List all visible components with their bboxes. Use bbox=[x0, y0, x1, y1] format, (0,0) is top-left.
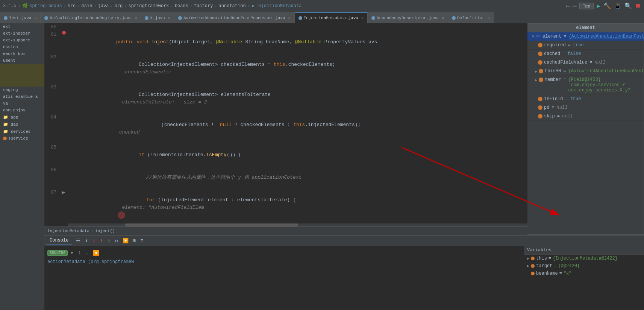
tab-close-injection[interactable]: ✕ bbox=[361, 16, 364, 20]
sidebar-item-saging[interactable]: saging bbox=[0, 87, 44, 93]
nav-up-icon[interactable]: ↑ bbox=[76, 249, 82, 257]
var-name-target: target bbox=[536, 263, 552, 269]
cached-icon bbox=[538, 52, 542, 56]
console-toolbar-menu-icon[interactable]: ☰ bbox=[74, 237, 82, 245]
build-icon[interactable]: 🔨 bbox=[603, 2, 611, 10]
sidebar-item-ession[interactable]: ession bbox=[0, 44, 44, 50]
nav-down-icon[interactable]: ↓ bbox=[84, 249, 90, 257]
tab-icon-test bbox=[4, 16, 8, 20]
tab-defaultsingleton[interactable]: DefaultSingletonBeanRegistry.java ✕ bbox=[41, 12, 141, 23]
debug-val-member: {Field@2453} "com.enjoy.services.Y com.e… bbox=[568, 77, 641, 93]
back-icon[interactable]: ⟵ bbox=[566, 2, 570, 10]
expand-element-icon[interactable]: ▼ bbox=[532, 35, 534, 39]
sidebar-item-dao[interactable]: 📁 dao bbox=[0, 121, 44, 128]
filter-icon[interactable]: 🔽 bbox=[91, 249, 101, 257]
target-var-icon bbox=[531, 264, 535, 268]
tab-label-x: X.java bbox=[150, 16, 165, 20]
isfield-icon bbox=[538, 97, 542, 101]
console-text-line: ectionMetadata (org.springframew bbox=[47, 258, 521, 265]
scroll-thumb[interactable] bbox=[125, 223, 298, 226]
device-icon[interactable]: 📱 bbox=[614, 2, 621, 10]
debug-panel-header: element bbox=[527, 24, 644, 32]
tab-close-defaultsingleton[interactable]: ✕ bbox=[135, 16, 137, 20]
sidebar-item-ument[interactable]: ument bbox=[0, 57, 44, 64]
tab-close-defaultlist[interactable]: ✕ bbox=[488, 16, 490, 20]
console-toolbar-red-icon[interactable]: ⬇ bbox=[98, 237, 105, 245]
tab-autowired[interactable]: AutowiredAnnotationBeanPostProcessor.jav… bbox=[174, 12, 295, 23]
tab-x-java[interactable]: X.java ✕ bbox=[141, 12, 174, 23]
sep5: › bbox=[110, 3, 113, 9]
sidebar-item-va[interactable]: va bbox=[0, 100, 44, 107]
tab-defaultlist[interactable]: DefaultList ✕ bbox=[448, 12, 494, 23]
debug-item-this0[interactable]: ▶ this$0 = {AutowiredAnnotationBeanPostP… bbox=[527, 67, 644, 76]
debug-item-skip: skip = null bbox=[527, 112, 644, 121]
run-config-button[interactable]: Test bbox=[579, 3, 594, 9]
search-icon[interactable]: 🔍 bbox=[624, 2, 632, 10]
sidebar-item-ext-indexer[interactable]: ext-indexer bbox=[0, 30, 44, 37]
expand-member-icon[interactable]: ▶ bbox=[535, 78, 537, 82]
tab-close-test[interactable]: ✕ bbox=[34, 16, 36, 20]
sep4: › bbox=[94, 3, 96, 9]
tab-injectionmetadata[interactable]: InjectionMetadata.java ✕ bbox=[295, 12, 368, 23]
breadcrumb-class: InjectionMetadata bbox=[47, 229, 89, 233]
var-name-this: this bbox=[536, 256, 547, 261]
console-toolbar-table-icon[interactable]: ⊞ bbox=[132, 237, 138, 245]
this0-icon bbox=[539, 69, 543, 73]
debug-item-member[interactable]: ▶ member = {Field@2453} "com.enjoy.servi… bbox=[527, 76, 644, 95]
console-toolbar-list-icon[interactable]: ≡ bbox=[139, 237, 145, 244]
tab-icon-dependency bbox=[371, 16, 375, 20]
sidebar-item-comenjoy[interactable]: com.enjoy bbox=[0, 107, 44, 114]
skip-icon bbox=[538, 114, 542, 119]
sidebar-item-services[interactable]: 📁 services bbox=[0, 128, 44, 135]
console-toolbar-filter-icon[interactable]: 🔽 bbox=[121, 237, 130, 245]
code-and-bottom: 80 81 public void inject(Object target bbox=[44, 23, 644, 310]
tab-dependency[interactable]: DependencyDescriptor.java ✕ bbox=[368, 12, 448, 23]
sep6: › bbox=[124, 3, 127, 9]
var-val-this: {InjectionMetadata@2422} bbox=[553, 256, 618, 261]
debug-item-isfield: isField = true bbox=[527, 95, 644, 103]
expand-this0-icon[interactable]: ▶ bbox=[535, 69, 537, 74]
console-toolbar-up-icon[interactable]: ⬆ bbox=[83, 237, 89, 245]
sidebar-item-app[interactable]: 📁 app bbox=[0, 114, 44, 121]
tab-close-x[interactable]: ✕ bbox=[168, 16, 170, 20]
debug-key-required: required bbox=[544, 43, 566, 48]
sidebar-item-ework-bom[interactable]: ework-bom bbox=[0, 50, 44, 57]
expand-beanname-icon: ▶ bbox=[527, 271, 529, 276]
expand-target-icon[interactable]: ▶ bbox=[527, 264, 529, 268]
org-label: org bbox=[115, 3, 123, 9]
tab-close-dependency[interactable]: ✕ bbox=[442, 16, 444, 20]
spring-beans-icon: 🌿 bbox=[22, 3, 28, 9]
run-icon[interactable]: ▶ bbox=[597, 2, 600, 10]
stop-icon[interactable]: ⏹ bbox=[635, 2, 641, 9]
tab-icon-x bbox=[145, 16, 148, 20]
sidebar-item-tservice[interactable]: TService bbox=[0, 135, 44, 142]
console-toolbar-refresh-icon[interactable]: ↻ bbox=[114, 237, 120, 245]
console-toolbar-up2-icon[interactable]: ⬆ bbox=[106, 237, 112, 245]
tab-icon-defaultlist bbox=[452, 16, 456, 20]
console-toolbar-down-icon[interactable]: ⬇ bbox=[91, 237, 97, 245]
sidebar-item-ext[interactable]: ext bbox=[0, 23, 44, 30]
main-layout: ext ext-indexer ext-support ession ework… bbox=[0, 23, 644, 310]
debug-item-pd: pd = null bbox=[527, 103, 644, 112]
forward-icon[interactable]: ⟶ bbox=[573, 2, 577, 10]
sep8: › bbox=[190, 3, 192, 9]
sidebar-item-atis[interactable]: atis-example-a bbox=[0, 93, 44, 100]
var-val-beanname: "x" bbox=[564, 271, 572, 276]
var-item-this[interactable]: ▶ this = {InjectionMetadata@2422} bbox=[524, 255, 644, 262]
main-code-debug: 80 81 public void inject(Object target bbox=[44, 23, 644, 235]
var-item-target[interactable]: ▶ target = {X@2420} bbox=[524, 262, 644, 270]
console-panel: Console ☰ ⬆ ⬇ ⬇ ⬆ ↻ 🔽 ⊞ ≡ RUNNING bbox=[44, 235, 644, 310]
tab-close-autowired[interactable]: ✕ bbox=[288, 16, 291, 20]
debug-item-required: required = true bbox=[527, 41, 644, 50]
console-dropdown-icon[interactable]: ▼ bbox=[71, 251, 73, 255]
module-label: spring-beans bbox=[29, 3, 62, 9]
tab-test-java[interactable]: Test.java ✕ bbox=[0, 12, 41, 23]
running-label: RUNNING bbox=[47, 250, 68, 256]
main-label: main bbox=[82, 3, 92, 9]
expand-this-icon[interactable]: ▶ bbox=[527, 256, 529, 261]
debug-val-element: {AutowiredAnnotationBeanPostProcessor$Au… bbox=[569, 34, 644, 39]
var-item-beanname: ▶ beanName = "x" bbox=[524, 270, 644, 277]
sidebar-item-ext-support[interactable]: ext-support bbox=[0, 37, 44, 44]
console-tab-console[interactable]: Console bbox=[46, 236, 72, 245]
debug-item-element[interactable]: ▼ ∞∞ element = {AutowiredAnnotationBeanP… bbox=[527, 32, 644, 41]
